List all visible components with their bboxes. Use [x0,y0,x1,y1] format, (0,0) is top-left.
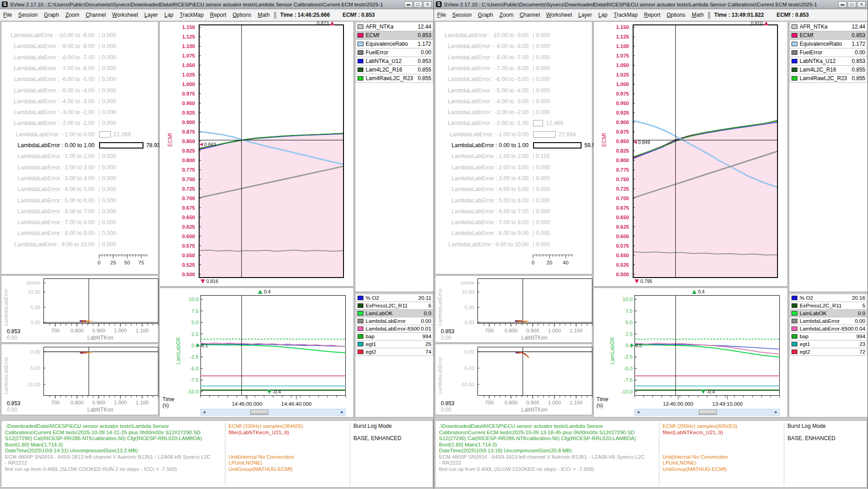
menu-zoom[interactable]: Zoom [496,12,516,18]
main-chart-plot[interactable] [633,24,778,278]
histogram-row[interactable]: LambdaLabError : 2.00 to 3.000.000 [435,163,592,174]
legend-row[interactable]: LamLabOK0.0 [356,309,433,317]
legend-row[interactable]: LambdaLabError0.00 [356,317,433,325]
menu-worksheet[interactable]: Worksheet [543,12,575,18]
title-bar[interactable]: S SView 2.17.10 : C:\Users\Public\Docume… [0,0,434,9]
menu-file[interactable]: File [434,12,449,18]
legend-row[interactable]: % O220.16 [790,294,867,302]
legend-row[interactable]: LambdaLabError-f(500)0.01 [356,325,433,333]
menu-session[interactable]: Session [449,12,475,18]
menu-math[interactable]: Math [254,12,273,18]
scatter-plot[interactable] [43,278,158,329]
menu-options[interactable]: Options [663,12,688,18]
legend-row[interactable]: Lam4L2C_R160.855 [356,65,433,74]
minimize-button[interactable]: ▬ [838,1,847,8]
histogram-row[interactable]: LambdaLabError : -8.00 to -7.000.000 [435,53,592,64]
time-chart-plot[interactable] [200,295,346,401]
histogram-row[interactable]: LambdaLabError : 6.00 to 7.000.000 [1,207,158,218]
histogram-row[interactable]: LambdaLabError : -5.00 to -4.000.000 [1,86,158,97]
minimize-button[interactable]: ▬ [404,1,413,8]
legend-row[interactable]: Lam4RawL2C_R230.855 [790,74,867,83]
menu-graph[interactable]: Graph [41,12,62,18]
close-button[interactable]: ✕ [857,1,866,8]
menu-channel[interactable]: Channel [82,12,109,18]
menu-trackmap[interactable]: TrackMap [610,12,641,18]
menu-layer[interactable]: Layer [141,12,161,18]
legend-row[interactable]: AFR_NTKa12.44 [790,22,867,31]
menu-lap[interactable]: Lap [161,12,176,18]
histogram-row[interactable]: LambdaLabError : 9.00 to 10.000.000 [435,240,592,251]
histogram-row[interactable]: LambdaLabError : 4.00 to 5.000.000 [1,185,158,196]
menu-graph[interactable]: Graph [475,12,496,18]
scroll-right-arrow-icon[interactable]: ► [773,409,779,415]
legend-row[interactable]: LabNTKa_U120.853 [356,57,433,66]
histogram-row[interactable]: LambdaLabError : 0.00 to 1.0059.524 [435,141,592,152]
scroll-left-arrow-icon[interactable]: ◄ [635,409,641,415]
legend-row[interactable]: EquivalenceRatio1.172 [356,39,433,48]
scrollbar-thumb[interactable] [699,410,717,415]
histogram-row[interactable]: LambdaLabError : 6.00 to 7.000.000 [435,207,592,218]
legend-row[interactable]: egt125 [356,340,433,348]
histogram-row[interactable]: LambdaLabError : -4.00 to -3.000.000 [435,97,592,108]
legend-row[interactable]: bap994 [790,332,867,340]
histogram-row[interactable]: LambdaLabError : 3.00 to 4.000.000 [1,174,158,185]
menu-file[interactable]: File [0,12,15,18]
legend-row[interactable]: EquivalenceRatio1.172 [790,39,867,48]
legend-row[interactable]: % O220.11 [356,294,433,302]
menu-math[interactable]: Math [688,12,707,18]
menu-layer[interactable]: Layer [575,12,595,18]
legend-row[interactable]: ECMf0.853 [790,31,867,40]
legend-row[interactable]: FuelError0.00 [356,48,433,57]
menu-worksheet[interactable]: Worksheet [109,12,141,18]
menu-trackmap[interactable]: TrackMap [176,12,207,18]
histogram-row[interactable]: LambdaLabError : 7.00 to 8.000.000 [1,218,158,229]
histogram-row[interactable]: LambdaLabError : -5.00 to -4.000.000 [435,86,592,97]
menu-lap[interactable]: Lap [595,12,610,18]
legend-row[interactable]: Lam4L2C_R160.855 [790,65,867,74]
maximize-button[interactable]: ▢ [414,1,422,8]
legend-row[interactable]: egt272 [790,348,867,356]
histogram-row[interactable]: LambdaLabError : -7.00 to -6.000.000 [435,64,592,75]
time-scrollbar[interactable]: ◄ ► [200,409,346,416]
legend-row[interactable]: egt274 [356,348,433,356]
histogram-row[interactable]: LambdaLabError : -9.00 to -8.000.000 [435,42,592,53]
menu-report[interactable]: Report [641,12,663,18]
scroll-right-arrow-icon[interactable]: ► [339,409,345,415]
histogram-row[interactable]: LambdaLabError : 8.00 to 9.000.000 [1,229,158,240]
histogram-row[interactable]: LambdaLabError : 7.00 to 8.000.000 [435,218,592,229]
legend-row[interactable]: LabNTKa_U120.853 [790,57,867,66]
histogram-row[interactable]: LambdaLabError : -2.00 to -1.000.000 [1,119,158,129]
scatter-plot[interactable] [43,347,158,401]
legend-row[interactable]: ECMf0.853 [356,31,433,40]
histogram-row[interactable]: LambdaLabError : -1.00 to 0.0027.894 [435,130,592,141]
legend-row[interactable]: ExPressL2C_R116 [356,302,433,310]
histogram-row[interactable]: LambdaLabError : 2.00 to 3.000.000 [1,163,158,174]
legend-row[interactable]: ExPressL2C_R115 [790,302,867,310]
histogram-row[interactable]: LambdaLabError : 4.00 to 5.000.000 [435,185,592,196]
scatter-plot[interactable] [477,347,592,401]
menu-channel[interactable]: Channel [516,12,543,18]
menu-zoom[interactable]: Zoom [62,12,82,18]
histogram-row[interactable]: LambdaLabError : 5.00 to 6.000.000 [1,196,158,207]
time-chart-plot[interactable] [634,295,780,401]
histogram-row[interactable]: LambdaLabError : -3.00 to -2.000.000 [1,108,158,119]
histogram-row[interactable]: LambdaLabError : -1.00 to 0.0021.068 [1,130,158,141]
legend-row[interactable]: LambdaLabError0.00 [790,317,867,325]
histogram-row[interactable]: LambdaLabError : -7.00 to -6.000.000 [1,64,158,75]
histogram-row[interactable]: LambdaLabError : 0.00 to 1.0078.932 [1,141,158,152]
histogram-row[interactable]: LambdaLabError : 1.00 to 2.000.000 [1,152,158,163]
histogram-row[interactable]: LambdaLabError : 3.00 to 4.000.000 [435,174,592,185]
histogram-row[interactable]: LambdaLabError : -10.00 to -9.000.000 [435,31,592,42]
main-chart-plot[interactable] [199,24,344,278]
menu-report[interactable]: Report [207,12,229,18]
maximize-button[interactable]: ▢ [848,1,856,8]
histogram-row[interactable]: LambdaLabError : -2.00 to -1.0012.466 [435,119,592,129]
legend-row[interactable]: bap994 [356,332,433,340]
scatter-plot[interactable] [477,278,592,329]
histogram-row[interactable]: LambdaLabError : 8.00 to 9.000.000 [435,229,592,240]
histogram-row[interactable]: LambdaLabError : -8.00 to -7.000.000 [1,53,158,64]
histogram-row[interactable]: LambdaLabError : 1.00 to 2.000.116 [435,152,592,163]
legend-row[interactable]: Lam4RawL2C_R230.855 [356,74,433,83]
time-scrollbar[interactable]: ◄ ► [634,409,780,416]
legend-row[interactable]: FuelError0.00 [790,48,867,57]
